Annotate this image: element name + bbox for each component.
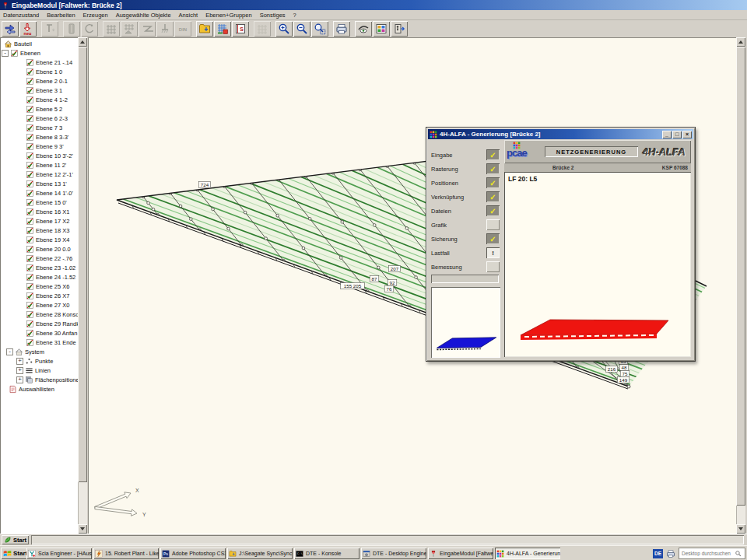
menu-[interactable]: ? <box>293 12 296 19</box>
taskbar-item-dte-desktop-engi[interactable]: DTE - Desktop Engineeri... <box>361 548 426 559</box>
tree-item-ebene-12-2-1[interactable]: Ebene 12 2'-1' <box>0 170 87 179</box>
tree-item-ebene-11-2[interactable]: Ebene 11 2' <box>0 160 87 170</box>
tree-item-ebene-27-x0[interactable]: Ebene 27 X0 <box>0 300 87 310</box>
tree-scroll-down-arrow[interactable] <box>78 524 87 534</box>
tree-item-ebene-2-0-1[interactable]: Ebene 2 0-1 <box>0 76 87 86</box>
dialog-title-bar[interactable]: 4H-ALFA - Generierung [Brücke 2] _□× <box>428 129 693 139</box>
tree-item-ebene-17-x2[interactable]: Ebene 17 X2 <box>0 216 87 226</box>
tree-item-ebene-14-1-0[interactable]: Ebene 14 1'-0' <box>0 188 87 198</box>
tree-item-ebene-20-0-0[interactable]: Ebene 20 0.0 <box>0 244 87 254</box>
tree-item-ebene-26-x7[interactable]: Ebene 26 X7 <box>0 291 87 300</box>
tree-item-ebene-4-1-2[interactable]: Ebene 4 1-2 <box>0 95 87 104</box>
tree-item-ebene-30-anfan[interactable]: Ebene 30 Anfan <box>0 328 87 338</box>
tree-item-label: Ebene 22 -.76 <box>36 255 72 262</box>
toolbar-report-button[interactable] <box>373 21 390 37</box>
mosaic-icon <box>496 550 504 558</box>
step-status-check-icon: ✓ <box>486 233 500 244</box>
tray-printer-icon[interactable] <box>666 549 675 558</box>
tree-item-ebene-13-1[interactable]: Ebene 13 1' <box>0 179 87 188</box>
layer-icon <box>26 236 34 244</box>
canvas-scroll-down-arrow[interactable] <box>736 524 745 534</box>
tree-item-ebene-16-x1[interactable]: Ebene 16 X1 <box>0 207 87 216</box>
toolbar-print-button[interactable] <box>333 21 350 37</box>
toolbar-view-options-button[interactable] <box>355 21 372 37</box>
tree-item-ebene-22-76[interactable]: Ebene 22 -.76 <box>0 254 87 263</box>
tree-item-ebene-7-3[interactable]: Ebene 7 3 <box>0 123 87 132</box>
tree-scroll-up-arrow[interactable] <box>78 37 87 47</box>
raster-area-icon <box>123 23 135 35</box>
status-bar: Start <box>0 534 747 546</box>
collapse-icon[interactable]: - <box>2 50 9 57</box>
tree-item-ebene-31-ende[interactable]: Ebene 31 Ende <box>0 338 87 347</box>
tree-item-ebene-24-1-52[interactable]: Ebene 24 -1.52 <box>0 272 87 282</box>
menu-sonstiges[interactable]: Sonstiges <box>260 12 286 19</box>
tree-scrollbar[interactable] <box>78 37 87 534</box>
tree-item-flächenpositione[interactable]: +Flächenpositione <box>0 375 87 384</box>
taskbar-item-scia-engineer-h[interactable]: Scia Engineer - [HAus17-... <box>26 548 92 559</box>
tree-item-ebene-5-2[interactable]: Ebene 5 2 <box>0 104 87 114</box>
expand-icon[interactable]: + <box>16 376 23 383</box>
tree-item-ebene-3-1[interactable]: Ebene 3 1 <box>0 86 87 95</box>
canvas-scroll-thumb[interactable] <box>736 47 745 506</box>
tree-scroll-thumb[interactable] <box>78 47 87 482</box>
start-button[interactable]: Start <box>1 548 30 559</box>
tree-item-ebene-10-3-2[interactable]: Ebene 10 3'-2' <box>0 151 87 160</box>
toolbar-zoom-out-button[interactable] <box>293 21 310 37</box>
tree-item-ebene-23-1-02[interactable]: Ebene 23 -1.02 <box>0 263 87 272</box>
tree-item-bauteil[interactable]: Bauteil <box>0 39 87 48</box>
toolbar-mesh-generate-button[interactable] <box>214 21 231 37</box>
statusbar-start-button[interactable]: Start <box>2 535 29 544</box>
tree-item-system[interactable]: -System <box>0 347 87 356</box>
tree-item-ebene-29-randk[interactable]: Ebene 29 Randk <box>0 319 87 328</box>
tree-item-label: Ebene 29 Randk <box>36 320 79 327</box>
tree-item-ebene-15-0[interactable]: Ebene 15 0' <box>0 198 87 207</box>
desktop-search-input[interactable] <box>679 551 735 556</box>
axis-y-label: Y <box>142 512 146 517</box>
language-indicator[interactable]: DE <box>653 549 663 558</box>
menu-bearbeiten[interactable]: Bearbeiten <box>47 12 75 19</box>
tree-item-auswahllisten[interactable]: Auswahllisten <box>0 384 87 394</box>
menu-ansicht[interactable]: Ansicht <box>179 12 198 19</box>
tree-item-ebenen[interactable]: -Ebenen <box>0 48 87 58</box>
canvas-scrollbar[interactable] <box>736 37 745 534</box>
tree-item-ebene-19-x4[interactable]: Ebene 19 X4 <box>0 235 87 244</box>
canvas-scroll-up-arrow[interactable] <box>736 37 745 47</box>
toolbar-statics-book-button[interactable] <box>232 21 249 37</box>
dialog-close-button[interactable]: × <box>682 131 692 138</box>
desktop-search[interactable] <box>679 548 745 559</box>
toolbar-exit-button[interactable] <box>391 21 408 37</box>
expand-icon[interactable]: + <box>16 367 23 374</box>
tree-item-ebene-28-konsol[interactable]: Ebene 28 Konsol <box>0 310 87 319</box>
layer-icon <box>26 208 34 216</box>
tree-item-ebene-9-3[interactable]: Ebene 9 3' <box>0 142 87 151</box>
tree-item-punkte[interactable]: +Punkte <box>0 356 87 366</box>
toolbar-data-state-button[interactable] <box>2 21 19 37</box>
toolbar-zoom-in-button[interactable] <box>275 21 293 37</box>
taskbar-item-dte-konsole[interactable]: DTE - Konsole <box>294 548 359 559</box>
collapse-icon[interactable]: - <box>6 348 13 355</box>
toolbar-open-project-button[interactable] <box>196 21 213 37</box>
toolbar-zoom-window-button[interactable] <box>311 21 328 37</box>
tree-item-ebene-8-3-3[interactable]: Ebene 8 3-3' <box>0 132 87 142</box>
dialog-minimize-button[interactable]: _ <box>662 131 672 138</box>
layer-icon <box>26 329 34 338</box>
dialog-maximize-button[interactable]: □ <box>672 131 682 138</box>
node-number-label: 216 <box>608 366 616 372</box>
menu-erzeugen[interactable]: Erzeugen <box>83 12 108 19</box>
tree-item-ebene-6-2-3[interactable]: Ebene 6 2-3 <box>0 114 87 123</box>
tree-item-ebene-1-0[interactable]: Ebene 1 0 <box>0 67 87 76</box>
taskbar-item-j-seagate-sync-sy[interactable]: J:\Seagate Sync\SyncRe... <box>227 548 293 559</box>
menu-ausgewählte-objekte[interactable]: Ausgewählte Objekte <box>116 12 171 19</box>
toolbar-new-button[interactable] <box>19 21 37 37</box>
menu-datenzustand[interactable]: Datenzustand <box>3 12 39 19</box>
expand-icon[interactable]: + <box>16 358 23 365</box>
taskbar-item-15-robert-plant[interactable]: 15. Robert Plant - Like I'... <box>93 548 159 559</box>
menu-ebenen-gruppen[interactable]: Ebenen+Gruppen <box>205 12 251 19</box>
taskbar-item-adobe-photoshop-cs[interactable]: Adobe Photoshop CS3 E... <box>160 548 226 559</box>
taskbar-item-eingabemodul-falt[interactable]: EingabeModul [Faltwerk:... <box>428 548 493 559</box>
tree-item-ebene-25-x6[interactable]: Ebene 25 X6 <box>0 282 87 291</box>
tree-item-linien[interactable]: +Linien <box>0 366 87 375</box>
tree-item-ebene-21-14[interactable]: Ebene 21 -.14 <box>0 58 87 67</box>
taskbar-item-4h-alfa-generier[interactable]: 4H-ALFA - Generierun... <box>495 548 560 559</box>
tree-item-ebene-18-x3[interactable]: Ebene 18 X3 <box>0 226 87 235</box>
